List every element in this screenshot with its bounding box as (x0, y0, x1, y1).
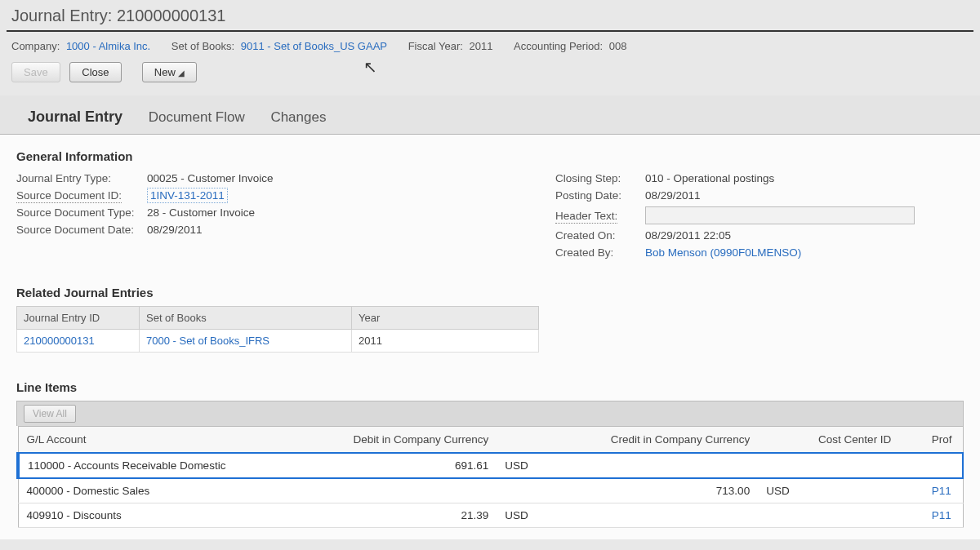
view-all-button[interactable]: View All (24, 405, 76, 423)
company-link[interactable]: 1000 - Almika Inc. (66, 40, 150, 52)
general-info-right: Closing Step: 010 - Operational postings… (555, 170, 964, 261)
page-title-id: 210000000131 (117, 7, 225, 24)
line-row[interactable]: 110000 - Accounts Receivable Domestic 69… (18, 453, 963, 478)
caret-icon: ◢ (178, 69, 185, 78)
line-gl: 409910 - Discounts (18, 503, 332, 528)
line-debit-amt: 21.39 (332, 503, 497, 528)
closing-step-label: Closing Step: (555, 172, 645, 184)
line-items-toolbar: View All (16, 401, 964, 426)
je-type-label: Journal Entry Type: (16, 172, 147, 184)
save-button: Save (11, 62, 60, 82)
related-id-link[interactable]: 210000000131 (17, 330, 140, 353)
created-by-link[interactable]: Bob Menson (0990F0LMENSO) (645, 246, 801, 259)
general-info-title: General Information (16, 149, 964, 163)
line-credit-cur (758, 453, 810, 478)
posting-date-value: 08/29/2011 (645, 189, 701, 202)
accounting-period-label: Accounting Period: (514, 40, 603, 52)
related-col-year: Year (352, 307, 539, 330)
source-doc-type-value: 28 - Customer Invoice (147, 206, 255, 219)
set-of-books-label: Set of Books: (172, 40, 234, 52)
related-sob-link[interactable]: 7000 - Set of Books_IFRS (140, 330, 352, 353)
source-doc-id-label: Source Document ID: (16, 189, 122, 203)
line-items-table: G/L Account Debit in Company Currency Cr… (16, 426, 964, 528)
line-gl: 110000 - Accounts Receivable Domestic (18, 453, 332, 478)
created-by-label: Created By: (555, 246, 645, 259)
fiscal-year-label: Fiscal Year: (408, 40, 463, 52)
button-bar: Save Close New◢ (0, 60, 980, 95)
new-button[interactable]: New◢ (142, 62, 197, 82)
accounting-period-value: 008 (609, 40, 627, 52)
line-row[interactable]: 409910 - Discounts 21.39 USD P11 (18, 503, 963, 528)
line-profit[interactable]: P11 (924, 478, 963, 503)
tabs: Journal Entry Document Flow Changes (0, 95, 980, 135)
related-title: Related Journal Entries (16, 286, 964, 299)
col-debit: Debit in Company Currency (332, 427, 497, 454)
close-button[interactable]: Close (69, 62, 121, 82)
line-row[interactable]: 400000 - Domestic Sales 713.00 USD P11 (18, 478, 963, 503)
created-on-value: 08/29/2011 22:05 (645, 229, 731, 242)
posting-date-label: Posting Date: (555, 189, 645, 202)
line-debit-amt (332, 478, 497, 503)
tab-document-flow[interactable]: Document Flow (137, 103, 256, 134)
line-debit-amt: 691.61 (332, 453, 497, 478)
source-doc-id-link[interactable]: 1INV-131-2011 (147, 188, 228, 203)
related-col-sob: Set of Books (140, 307, 352, 330)
line-items-title: Line Items (16, 380, 964, 394)
line-profit[interactable]: P11 (924, 503, 963, 528)
related-table: Journal Entry ID Set of Books Year 21000… (16, 306, 539, 353)
page-title: Journal Entry: 210000000131 (0, 0, 980, 30)
source-doc-date-value: 08/29/2011 (147, 224, 203, 236)
related-row[interactable]: 210000000131 7000 - Set of Books_IFRS 20… (17, 330, 539, 353)
line-credit-cur: USD (758, 478, 810, 503)
set-of-books-link[interactable]: 9011 - Set of Books_US GAAP (241, 40, 387, 52)
tab-journal-entry[interactable]: Journal Entry (16, 102, 134, 134)
header-divider (7, 30, 973, 32)
new-button-label: New (154, 66, 176, 78)
col-cost-center: Cost Center ID (810, 427, 924, 454)
line-credit-amt: 713.00 (549, 478, 758, 503)
created-on-label: Created On: (555, 229, 645, 242)
header-text-input[interactable] (645, 206, 915, 224)
page-title-prefix: Journal Entry: (11, 7, 112, 24)
line-gl: 400000 - Domestic Sales (18, 478, 332, 503)
related-col-id: Journal Entry ID (17, 307, 140, 330)
col-credit: Credit in Company Currency (549, 427, 758, 454)
col-profit: Prof (924, 427, 963, 454)
je-type-value: 00025 - Customer Invoice (147, 172, 274, 184)
col-gl-account: G/L Account (18, 427, 332, 454)
line-debit-cur: USD (497, 503, 549, 528)
line-credit-amt (549, 453, 758, 478)
related-year-value: 2011 (352, 330, 539, 353)
fiscal-year-value: 2011 (469, 40, 492, 52)
tab-changes[interactable]: Changes (259, 103, 337, 134)
info-bar: Company: 1000 - Almika Inc. Set of Books… (0, 37, 980, 60)
header-text-label: Header Text: (555, 210, 617, 224)
line-profit[interactable] (924, 453, 963, 478)
related-header-row: Journal Entry ID Set of Books Year (17, 307, 539, 330)
line-credit-cur (758, 503, 810, 528)
line-items-header-row: G/L Account Debit in Company Currency Cr… (18, 427, 963, 454)
company-label: Company: (11, 40, 60, 52)
general-info-left: Journal Entry Type: 00025 - Customer Inv… (16, 170, 555, 261)
closing-step-value: 010 - Operational postings (645, 172, 774, 184)
line-debit-cur (497, 478, 549, 503)
source-doc-date-label: Source Document Date: (16, 224, 147, 236)
line-debit-cur: USD (497, 453, 549, 478)
content-area: General Information Journal Entry Type: … (0, 135, 980, 539)
source-doc-type-label: Source Document Type: (16, 206, 147, 219)
line-credit-amt (549, 503, 758, 528)
